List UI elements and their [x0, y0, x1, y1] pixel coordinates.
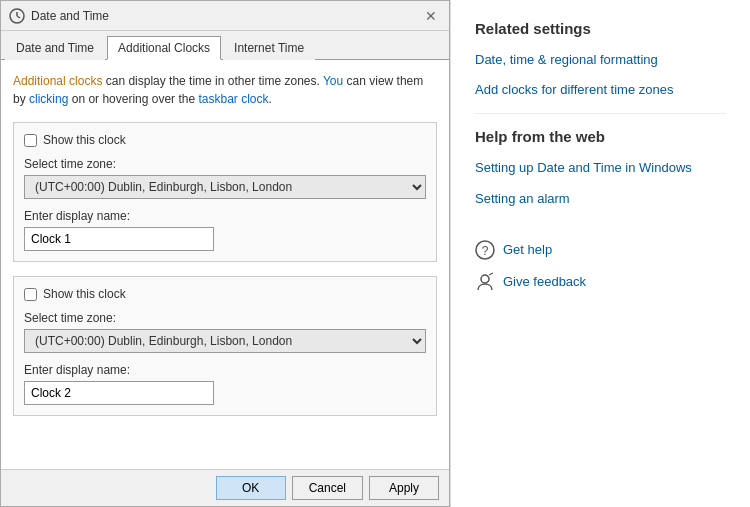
- dialog-window: Date and Time ✕ Date and Time Additional…: [0, 0, 450, 507]
- give-feedback-row[interactable]: Give feedback: [475, 272, 726, 292]
- svg-line-6: [489, 273, 493, 275]
- info-clicking: clicking: [29, 92, 68, 106]
- give-feedback-icon: [475, 272, 495, 292]
- get-help-row[interactable]: ? Get help: [475, 240, 726, 260]
- clock2-timezone-select[interactable]: (UTC+00:00) Dublin, Edinburgh, Lisbon, L…: [24, 329, 426, 353]
- clock-icon: [9, 8, 25, 24]
- dialog-content: Additional clocks can display the time i…: [1, 60, 449, 469]
- title-bar: Date and Time ✕: [1, 1, 449, 31]
- help-title: Help from the web: [475, 128, 726, 145]
- right-panel: Related settings Date, time & regional f…: [450, 0, 750, 507]
- clock2-name-input[interactable]: [24, 381, 214, 405]
- clock2-group: Show this clock Select time zone: (UTC+0…: [13, 276, 437, 416]
- cancel-button[interactable]: Cancel: [292, 476, 363, 500]
- clock1-checkbox[interactable]: [24, 134, 37, 147]
- clock1-timezone-select[interactable]: (UTC+00:00) Dublin, Edinburgh, Lisbon, L…: [24, 175, 426, 199]
- clock1-name-label: Enter display name:: [24, 209, 426, 223]
- clock1-group: Show this clock Select time zone: (UTC+0…: [13, 122, 437, 262]
- divider-1: [475, 113, 726, 114]
- clock2-show-row: Show this clock: [24, 287, 426, 301]
- svg-point-5: [481, 275, 489, 283]
- tab-internet-time[interactable]: Internet Time: [223, 36, 315, 60]
- svg-text:?: ?: [482, 244, 489, 258]
- info-taskbar: taskbar clock: [198, 92, 268, 106]
- dialog-buttons: OK Cancel Apply: [1, 469, 449, 506]
- get-help-label: Get help: [503, 242, 552, 257]
- close-button[interactable]: ✕: [421, 6, 441, 26]
- help-link-2[interactable]: Setting an alarm: [475, 190, 726, 208]
- info-paragraph: Additional clocks can display the time i…: [13, 72, 437, 108]
- clock1-show-label: Show this clock: [43, 133, 126, 147]
- section-spacer: [475, 220, 726, 240]
- clock1-timezone-label: Select time zone:: [24, 157, 426, 171]
- get-help-icon: ?: [475, 240, 495, 260]
- clock2-name-label: Enter display name:: [24, 363, 426, 377]
- info-text-part6: on or hovering over the: [68, 92, 198, 106]
- ok-button[interactable]: OK: [216, 476, 286, 500]
- clock2-show-label: Show this clock: [43, 287, 126, 301]
- window-title: Date and Time: [31, 9, 109, 23]
- info-you: You: [323, 74, 343, 88]
- apply-button[interactable]: Apply: [369, 476, 439, 500]
- help-link-1[interactable]: Setting up Date and Time in Windows: [475, 159, 726, 177]
- tab-additional-clocks[interactable]: Additional Clocks: [107, 36, 221, 60]
- related-link-1[interactable]: Date, time & regional formatting: [475, 51, 726, 69]
- give-feedback-label: Give feedback: [503, 274, 586, 289]
- clock2-timezone-label: Select time zone:: [24, 311, 426, 325]
- related-link-2[interactable]: Add clocks for different time zones: [475, 81, 726, 99]
- clock1-name-input[interactable]: [24, 227, 214, 251]
- title-bar-left: Date and Time: [9, 8, 109, 24]
- info-text-part8: .: [268, 92, 271, 106]
- tabs-bar: Date and Time Additional Clocks Internet…: [1, 31, 449, 60]
- svg-line-2: [17, 16, 20, 18]
- tab-date-and-time[interactable]: Date and Time: [5, 36, 105, 60]
- clock2-checkbox[interactable]: [24, 288, 37, 301]
- info-text-part2: can display the time in other time zones…: [102, 74, 323, 88]
- info-highlight-orange: Additional clocks: [13, 74, 102, 88]
- related-settings-title: Related settings: [475, 20, 726, 37]
- clock1-show-row: Show this clock: [24, 133, 426, 147]
